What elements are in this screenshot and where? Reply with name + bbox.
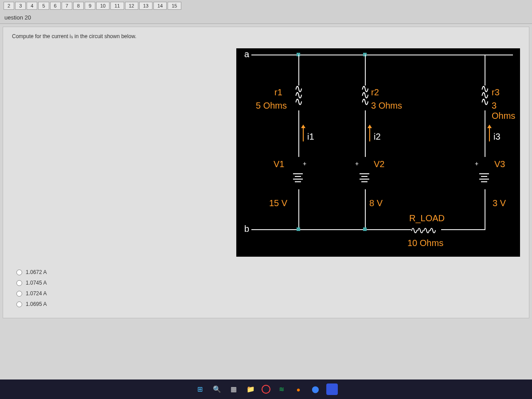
nav-tab[interactable]: 6 — [50, 2, 61, 10]
battery-icon — [479, 173, 489, 182]
i1-label: i1 — [307, 132, 314, 142]
circuit-diagram: a ∿∿∿ r1 5 Ohms i1 V1 + 15 V ∿∿∿ — [236, 48, 520, 257]
nav-tab[interactable]: 9 — [85, 2, 95, 10]
start-icon[interactable]: ⊞ — [194, 383, 206, 395]
choice-b[interactable]: 1.0745 A — [16, 280, 520, 286]
r2-name: r2 — [371, 87, 379, 98]
resistor-icon: ∿∿∿∿ — [410, 225, 435, 236]
nav-tab[interactable]: 7 — [62, 2, 72, 10]
radio-input[interactable] — [16, 280, 22, 286]
nav-tab[interactable]: 8 — [73, 2, 84, 10]
r3-name: r3 — [492, 87, 500, 98]
nav-tab[interactable]: 5 — [38, 2, 49, 10]
nav-tab[interactable]: 11 — [110, 2, 124, 10]
node-b-label: b — [244, 224, 249, 234]
choice-label: 1.0695 A — [26, 301, 47, 307]
radio-input[interactable] — [16, 301, 22, 307]
i3-label: i3 — [493, 132, 501, 142]
question-header: uestion 20 — [0, 12, 532, 24]
question-prompt: Compute for the current i₁ in the circui… — [12, 33, 520, 39]
rload-value: 10 Ohms — [407, 238, 443, 248]
taskbar: ⊞ 🔍 ▦ 📁 ≋ ● ⬤ — [0, 379, 532, 399]
rload-name: R_LOAD — [409, 213, 445, 223]
radio-input[interactable] — [16, 270, 22, 275]
nav-tab[interactable]: 12 — [125, 2, 138, 10]
nav-tab[interactable]: 2 — [4, 2, 14, 10]
app-icon[interactable]: ⬤ — [309, 383, 321, 395]
plus-icon: + — [355, 160, 359, 167]
nav-tab[interactable]: 15 — [168, 2, 181, 10]
v3-name: V3 — [494, 159, 505, 169]
choice-d[interactable]: 1.0695 A — [16, 301, 520, 307]
radio-input[interactable] — [16, 291, 22, 297]
choice-label: 1.0724 A — [26, 290, 47, 297]
plus-icon: + — [303, 160, 306, 167]
choice-c[interactable]: 1.0724 A — [16, 290, 520, 297]
nav-tab[interactable]: 10 — [96, 2, 110, 10]
nav-tab[interactable]: 3 — [15, 2, 26, 10]
resistor-icon: ∿∿∿ — [361, 86, 369, 105]
search-icon[interactable]: 🔍 — [211, 383, 223, 395]
r3-value: 3 Ohms — [492, 101, 520, 121]
v3-value: 3 V — [493, 198, 506, 208]
chrome-icon[interactable] — [262, 385, 270, 394]
r1-name: r1 — [274, 87, 282, 98]
spotify-icon[interactable]: ≋ — [276, 383, 287, 395]
answer-choices: 1.0672 A 1.0745 A 1.0724 A 1.0695 A — [12, 269, 520, 307]
r1-value: 5 Ohms — [256, 101, 287, 111]
choice-label: 1.0672 A — [26, 269, 47, 275]
choice-a[interactable]: 1.0672 A — [16, 269, 520, 275]
nav-tab[interactable]: 13 — [139, 2, 153, 10]
v1-name: V1 — [274, 159, 284, 169]
battery-icon — [360, 173, 369, 182]
file-explorer-icon[interactable]: 📁 — [245, 383, 256, 395]
battery-icon — [293, 173, 303, 182]
node-a-label: a — [244, 49, 249, 59]
r2-value: 3 Ohms — [371, 101, 402, 111]
plus-icon: + — [475, 160, 478, 167]
resistor-icon: ∿∿∿ — [294, 86, 302, 105]
question-body: Compute for the current i₁ in the circui… — [3, 27, 529, 318]
nav-tab[interactable]: 14 — [153, 2, 167, 10]
question-nav: 2 3 4 5 6 7 8 9 10 11 12 13 14 15 — [0, 0, 532, 12]
widgets-icon[interactable]: ▦ — [228, 383, 239, 395]
nav-tab[interactable]: 4 — [27, 2, 37, 10]
v2-value: 8 V — [369, 198, 383, 208]
v2-name: V2 — [374, 159, 384, 169]
app-icon[interactable]: ● — [293, 383, 304, 395]
choice-label: 1.0745 A — [26, 280, 47, 286]
chat-icon[interactable] — [326, 383, 338, 395]
v1-value: 15 V — [269, 198, 287, 208]
i2-label: i2 — [374, 132, 381, 142]
resistor-icon: ∿∿∿ — [481, 86, 489, 105]
